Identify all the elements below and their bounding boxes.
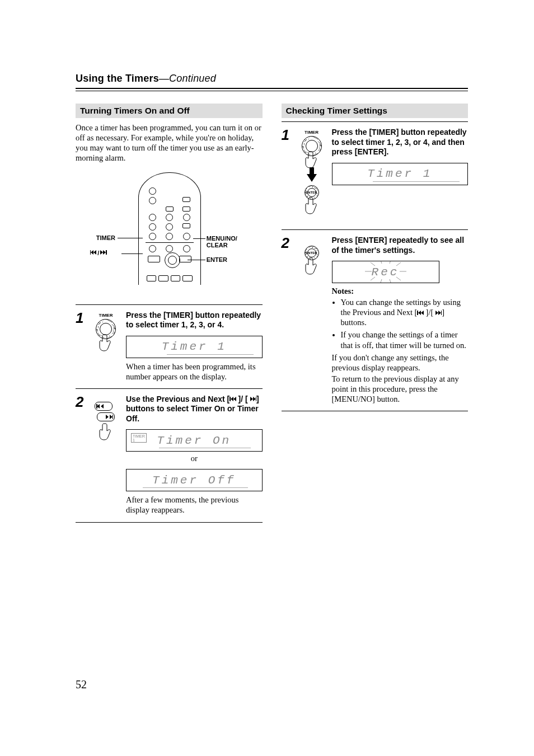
step1-after: When a timer has been programmed, its nu… <box>126 361 263 382</box>
step-number: 2 <box>76 395 86 515</box>
prev-icon <box>417 311 424 315</box>
note-2: If you change the settings of a timer th… <box>341 330 469 350</box>
next-icon <box>435 311 442 315</box>
header-rule <box>76 88 468 91</box>
svg-line-8 <box>381 279 382 283</box>
left-column: Turning Timers On and Off Once a timer h… <box>76 104 263 523</box>
left-step-2: 2 Use the Previous and Next [ ]/ [ ] but… <box>76 389 263 523</box>
running-head: Using the Timers—Continued <box>76 73 468 84</box>
step-number: 1 <box>76 311 86 382</box>
label-menu: MENU/NO/ CLEAR <box>207 235 237 248</box>
svg-line-6 <box>381 261 382 264</box>
lcd-timer1-r: Timer 1 <box>332 163 469 185</box>
notes-list: You can change the settings by using the… <box>332 297 469 350</box>
remote-diagram: TIMER / MENU/NO/ CLEAR ENTER <box>77 171 261 289</box>
timer-button-label: TIMER <box>86 313 126 318</box>
label-timer: TIMER <box>96 234 115 241</box>
or-text: or <box>126 454 263 463</box>
intro-paragraph: Once a timer has been programmed, you ca… <box>76 123 263 163</box>
next-icon <box>250 397 257 401</box>
next-button-icon <box>97 412 115 421</box>
prev-icon <box>90 250 97 255</box>
next-icon <box>100 250 107 255</box>
left-step-1: 1 TIMER Press the [TIMER] button repeate… <box>76 304 263 389</box>
notes-heading: Notes: <box>332 287 469 296</box>
step2-instruction: Use the Previous and Next [ ]/ [ ] butto… <box>126 395 263 424</box>
remote-body <box>138 172 201 285</box>
label-enter: ENTER <box>207 256 227 263</box>
right-step-2: 2 ENTER Press [ENTER] repeatedly to see … <box>282 230 469 411</box>
step-number: 1 <box>282 128 292 223</box>
svg-line-9 <box>390 279 391 283</box>
running-title: Using the Timers <box>76 73 159 84</box>
r-step2-instruction: Press [ENTER] repeatedly to see all of t… <box>332 236 469 255</box>
timer-button-label: TIMER <box>292 130 332 135</box>
lcd-rec: Rec <box>332 261 439 283</box>
timer-badge: TIMER 1 <box>131 433 147 443</box>
note-1: You can change the settings by using the… <box>341 297 469 327</box>
section-title-right: Checking Timer Settings <box>282 104 469 118</box>
page-number: 52 <box>76 678 87 691</box>
label-prevnext: / <box>90 250 107 256</box>
hand-icon <box>97 422 114 443</box>
tail-text-2: To return to the previous display at any… <box>332 374 469 404</box>
hand-icon <box>97 334 114 354</box>
right-column: Checking Timer Settings 1 TIMER ENTER <box>282 104 469 523</box>
svg-line-7 <box>390 261 391 264</box>
lcd-timer-off: Timer Off <box>126 469 263 491</box>
hand-icon <box>303 196 320 217</box>
prev-icon <box>229 397 236 401</box>
step2-after: After a few moments, the previous displa… <box>126 495 263 515</box>
tail-text-1: If you don't change any settings, the pr… <box>332 353 469 373</box>
prev-button-icon <box>95 402 113 411</box>
lcd-timer-on: TIMER 1 Timer On <box>126 429 263 452</box>
r-step1-instruction: Press the [TIMER] button repeatedly to s… <box>332 128 469 157</box>
down-arrow-icon <box>307 174 317 182</box>
step-number: 2 <box>282 236 292 404</box>
lcd-timer1: Timer 1 <box>126 336 263 358</box>
step1-instruction: Press the [TIMER] button repeatedly to s… <box>126 311 263 330</box>
running-continued: —Continued <box>159 73 216 84</box>
section-title-left: Turning Timers On and Off <box>76 104 263 118</box>
right-step-1: 1 TIMER ENTER <box>282 121 469 230</box>
hand-icon <box>303 257 320 277</box>
